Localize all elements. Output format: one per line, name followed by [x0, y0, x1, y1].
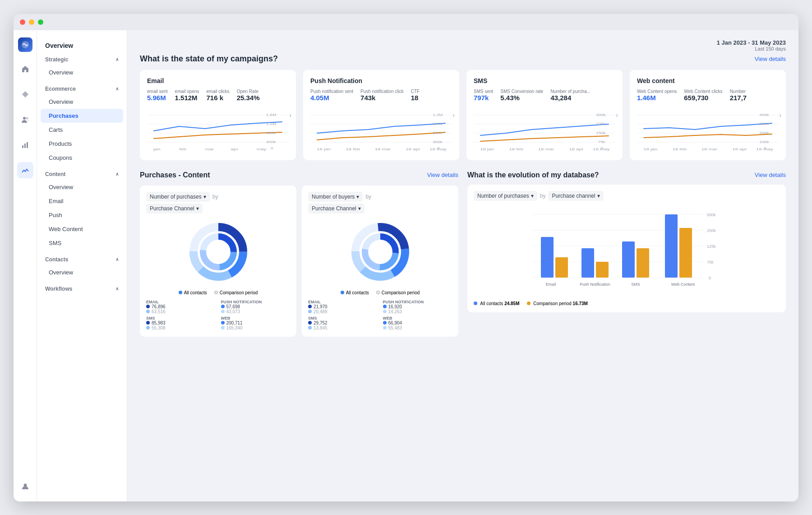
close-dot[interactable]: [20, 19, 25, 25]
svg-rect-95: [541, 237, 554, 278]
chart1-metric-label: Number of purchases: [150, 194, 202, 200]
sidebar-section-workflows: Workflows ∧: [37, 283, 127, 295]
svg-rect-102: [637, 248, 649, 278]
database-section-header: What is the evolution of my database? Vi…: [467, 171, 786, 179]
database-bar-chart-svg: 500k 250k 125k 75k 0 Email: [474, 205, 780, 296]
sidebar-item-contacts-overview[interactable]: Overview: [41, 265, 123, 279]
sidebar-item-carts[interactable]: Carts: [41, 123, 123, 137]
sidebar-item-content-overview[interactable]: Overview: [41, 180, 123, 194]
chart1-stat-web-v2: 165,340: [226, 325, 243, 330]
push-metrics: Push notification sent 4.05M Push notifi…: [310, 89, 452, 102]
svg-rect-4: [24, 144, 26, 148]
chart1-donut: [146, 218, 290, 286]
web-number-label: Number: [730, 89, 747, 94]
chart1-legend: All contacts Comparison period: [146, 290, 290, 295]
chart1-stat-email-v2: 63,516: [152, 309, 166, 314]
email-card-chevron[interactable]: ›: [289, 111, 291, 119]
sidebar-item-ecommerce-overview[interactable]: Overview: [41, 95, 123, 109]
maximize-dot[interactable]: [38, 19, 43, 25]
campaigns-view-details[interactable]: View details: [755, 56, 786, 62]
svg-text:jan: jan: [153, 147, 160, 151]
chart1-metric-dropdown[interactable]: Number of purchases ▾: [146, 192, 210, 202]
purchases-view-details[interactable]: View details: [427, 172, 458, 178]
svg-text:125k: 125k: [707, 244, 716, 249]
sms-metrics: SMS sent 797k SMS Conversion rate 5.43% …: [474, 89, 615, 102]
db-metric-dropdown[interactable]: Number of purchases ▾: [474, 191, 537, 201]
svg-text:0: 0: [600, 146, 603, 150]
people-icon[interactable]: [17, 111, 33, 128]
sidebar-item-purchases[interactable]: Purchases: [41, 109, 123, 123]
webcontent-metrics: Web Content opens 1.46M Web Content clic…: [637, 89, 779, 102]
chart1-stat-email-channel: EMAIL: [146, 300, 216, 304]
web-number-value: 217,7: [730, 94, 747, 102]
svg-rect-3: [22, 145, 23, 148]
bottom-section: Purchases - Content View details Number …: [140, 171, 786, 337]
svg-text:75k: 75k: [707, 260, 714, 264]
email-sent-label: email sent: [147, 89, 168, 94]
chart1-dim-dropdown[interactable]: Purchase Channel ▾: [146, 204, 203, 213]
chart2-stat-push-v2: 14,263: [388, 309, 402, 314]
email-clicks-label: email clicks: [207, 89, 230, 94]
svg-text:18 mar: 18 mar: [538, 147, 554, 151]
chart1-stat-push-v2: 43.073: [226, 309, 240, 314]
svg-text:0: 0: [271, 146, 273, 150]
web-opens-label: Web Content opens: [637, 89, 677, 94]
chart2-stat-web-v2: 55,483: [388, 325, 402, 330]
webcontent-card-chevron[interactable]: ›: [779, 111, 781, 119]
campaigns-section-header: What is the state of my campaigns? View …: [140, 54, 786, 64]
svg-rect-105: [679, 228, 692, 278]
sparkle-icon[interactable]: [17, 187, 33, 204]
sms-purchases-value: 43,284: [550, 94, 590, 102]
email-opens-value: 1.512M: [175, 94, 199, 102]
sidebar-item-push[interactable]: Push: [41, 208, 123, 222]
diamond-icon[interactable]: [17, 86, 33, 102]
chart2-metric-dropdown[interactable]: Number of buyers ▾: [308, 192, 363, 202]
chart2-stats: EMAIL 21,970 20,489 PUSH NOTIFICATION 16…: [308, 300, 452, 330]
web-clicks-value: 659,730: [684, 94, 722, 102]
sidebar-item-web-content[interactable]: Web Content: [41, 222, 123, 236]
svg-text:0: 0: [437, 146, 440, 150]
svg-text:Web Content: Web Content: [671, 282, 695, 287]
purchases-section-header: Purchases - Content View details: [140, 171, 458, 179]
user-icon[interactable]: [17, 478, 33, 494]
database-view-details[interactable]: View details: [755, 172, 786, 178]
sidebar-item-products[interactable]: Products: [41, 137, 123, 151]
purchases-section-title: Purchases - Content: [140, 171, 210, 179]
sidebar-section-contacts: Contacts ∧: [37, 254, 127, 265]
svg-text:18 apr: 18 apr: [732, 147, 747, 151]
svg-text:250k: 250k: [707, 228, 716, 233]
sms-sent-label: SMS sent: [474, 89, 493, 94]
email-opens-label: email opens: [175, 89, 199, 94]
push-ctf-label: CTF: [411, 89, 420, 94]
svg-text:mar: mar: [205, 147, 214, 151]
email-card-title: Email: [147, 77, 289, 84]
svg-text:may: may: [257, 147, 267, 151]
sidebar-item-overview-top[interactable]: Overview: [37, 37, 127, 54]
email-sent-value: 5.96M: [147, 94, 168, 102]
db-dim-dropdown[interactable]: Purchase channel ▾: [548, 191, 603, 201]
chart2-stat-email-v1: 21,970: [314, 304, 328, 309]
database-chart-legend: All contacts 24.85M Comparison period 16…: [474, 301, 780, 306]
minimize-dot[interactable]: [29, 19, 34, 25]
chart2-dim-dropdown[interactable]: Purchase Channel ▾: [308, 204, 364, 213]
home-icon[interactable]: [17, 61, 33, 77]
db-metric-chevron: ▾: [531, 193, 534, 199]
svg-rect-101: [622, 241, 635, 278]
sidebar-item-email[interactable]: Email: [41, 194, 123, 208]
chart-icon[interactable]: [17, 137, 33, 153]
sidebar-item-strategic-overview[interactable]: Overview: [41, 65, 123, 79]
chart2-dim-chevron: ▾: [358, 205, 361, 212]
sidebar-item-coupons[interactable]: Coupons: [41, 151, 123, 165]
db-legend-comp-label: Comparison period: [533, 301, 572, 306]
svg-rect-99: [596, 262, 609, 278]
sms-card-chevron[interactable]: ›: [616, 111, 618, 119]
database-section: What is the evolution of my database? Vi…: [467, 171, 786, 337]
chart1-stat-sms-v2: 55,308: [152, 325, 166, 330]
sidebar: Overview Strategic ∧ Overview Ecommerce …: [37, 30, 127, 501]
sidebar-item-sms[interactable]: SMS: [41, 236, 123, 250]
svg-rect-104: [665, 214, 678, 278]
analytics-icon[interactable]: [17, 162, 33, 178]
svg-text:200k: 200k: [759, 131, 769, 135]
chart2-metric-chevron: ▾: [356, 194, 359, 200]
push-card-chevron[interactable]: ›: [452, 111, 455, 119]
